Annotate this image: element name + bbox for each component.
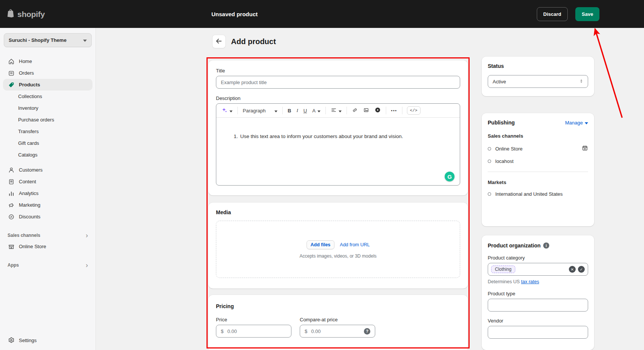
chevron-down-icon bbox=[317, 108, 320, 114]
sidebar-item-analytics[interactable]: Analytics bbox=[3, 187, 92, 199]
play-circle-icon bbox=[374, 107, 381, 114]
vendor-label: Vendor bbox=[488, 318, 588, 324]
topbar: shopify Unsaved product Discard Save bbox=[0, 0, 644, 28]
discounts-icon bbox=[8, 213, 15, 221]
schedule-calendar-icon[interactable] bbox=[582, 145, 588, 152]
back-button[interactable] bbox=[212, 35, 226, 48]
confirm-category-icon[interactable]: ✓ bbox=[578, 266, 585, 273]
sparkle-icon bbox=[222, 107, 228, 114]
shopify-logo[interactable]: shopify bbox=[6, 9, 45, 20]
manage-publishing-link[interactable]: Manage bbox=[565, 120, 588, 126]
gear-icon bbox=[8, 336, 15, 344]
alignment-button[interactable] bbox=[328, 106, 344, 116]
unsaved-product-title: Unsaved product bbox=[211, 11, 258, 17]
channel-row-localhost: locahost bbox=[488, 158, 588, 164]
price-label: Price bbox=[216, 317, 291, 322]
arrow-left-icon bbox=[215, 37, 223, 46]
sidebar-section-apps[interactable]: Apps › bbox=[3, 260, 92, 270]
sidebar-item-gift-cards[interactable]: Gift cards bbox=[3, 137, 92, 149]
pricing-heading: Pricing bbox=[216, 303, 460, 309]
ai-assistant-button[interactable] bbox=[219, 106, 235, 116]
content-icon bbox=[8, 178, 15, 186]
tax-note: Determines US tax rates bbox=[488, 279, 588, 284]
page-title: Add product bbox=[231, 37, 276, 46]
product-organization-heading: Product organization bbox=[488, 243, 541, 249]
compare-at-price-input[interactable] bbox=[310, 328, 361, 335]
chevron-down-icon bbox=[339, 108, 342, 114]
sidebar-item-products[interactable]: Products bbox=[3, 79, 92, 91]
status-heading: Status bbox=[488, 63, 588, 69]
sidebar-item-content[interactable]: Content bbox=[3, 176, 92, 187]
more-options-button[interactable]: ••• bbox=[389, 107, 399, 114]
sidebar-section-sales-channels[interactable]: Sales channels › bbox=[3, 230, 92, 241]
product-category-input[interactable]: Clothing ✕ ✓ bbox=[488, 263, 588, 276]
description-editor-content[interactable]: 1.Use this text area to inform your cust… bbox=[216, 118, 460, 185]
media-dropzone[interactable]: Add files Add from URL Accepts images, v… bbox=[216, 221, 460, 278]
media-heading: Media bbox=[216, 209, 460, 215]
tax-rates-link[interactable]: tax rates bbox=[521, 279, 539, 284]
market-row: International and United States bbox=[488, 191, 588, 197]
grammarly-icon[interactable]: G bbox=[445, 172, 454, 181]
chevron-down-icon bbox=[585, 120, 588, 126]
add-from-url-link[interactable]: Add from URL bbox=[340, 242, 370, 247]
sidebar-item-transfers[interactable]: Transfers bbox=[3, 126, 92, 137]
clear-category-icon[interactable]: ✕ bbox=[569, 266, 576, 273]
product-type-input[interactable] bbox=[488, 299, 588, 312]
category-tag[interactable]: Clothing bbox=[491, 266, 515, 273]
paragraph-style-dropdown[interactable]: Paragraph bbox=[240, 106, 280, 115]
sidebar-item-marketing[interactable]: Marketing bbox=[3, 199, 92, 211]
title-input[interactable] bbox=[216, 76, 460, 89]
home-icon bbox=[8, 58, 15, 65]
price-field: $ bbox=[216, 325, 291, 338]
editor-toolbar: Paragraph B I U A bbox=[216, 104, 460, 118]
page-header: Add product bbox=[212, 35, 276, 48]
underline-button[interactable]: U bbox=[301, 106, 309, 115]
save-button[interactable]: Save bbox=[575, 7, 599, 21]
markets-label: Markets bbox=[488, 180, 588, 185]
sidebar-item-home[interactable]: Home bbox=[3, 55, 92, 67]
shopify-wordmark: shopify bbox=[17, 9, 45, 18]
insert-video-button[interactable] bbox=[372, 105, 383, 116]
vendor-input[interactable] bbox=[488, 326, 588, 339]
help-icon[interactable]: ? bbox=[364, 328, 370, 335]
list-number: 1. bbox=[234, 134, 238, 139]
sidebar-item-customers[interactable]: Customers bbox=[3, 164, 92, 176]
code-view-button[interactable]: </> bbox=[407, 106, 421, 115]
publishing-heading: Publishing bbox=[488, 120, 515, 126]
chevron-down-icon bbox=[274, 108, 277, 114]
add-files-button[interactable]: Add files bbox=[307, 240, 335, 249]
compare-at-price-field: $ ? bbox=[300, 325, 375, 338]
store-selector[interactable]: Suruchi - Shopify Theme bbox=[4, 33, 92, 47]
description-editor: Paragraph B I U A bbox=[216, 103, 460, 186]
chevron-right-icon: › bbox=[86, 232, 88, 239]
status-select[interactable]: Active bbox=[488, 75, 588, 88]
sidebar-item-online-store[interactable]: Online Store bbox=[3, 241, 92, 252]
sales-channels-label: Sales channels bbox=[488, 133, 588, 139]
channel-dot-icon bbox=[488, 160, 491, 163]
discard-button[interactable]: Discard bbox=[537, 7, 568, 21]
sidebar-item-catalogs[interactable]: Catalogs bbox=[3, 149, 92, 161]
market-dot-icon bbox=[488, 192, 491, 196]
channel-dot-icon bbox=[488, 147, 491, 150]
sidebar-item-purchase-orders[interactable]: Purchase orders bbox=[3, 114, 92, 126]
text-color-button[interactable]: A bbox=[310, 106, 323, 115]
price-input[interactable] bbox=[226, 328, 287, 335]
sidebar-item-inventory[interactable]: Inventory bbox=[3, 102, 92, 114]
customers-icon bbox=[8, 166, 15, 174]
sidebar-item-discounts[interactable]: Discounts bbox=[3, 211, 92, 223]
currency-prefix: $ bbox=[221, 329, 223, 334]
chevron-right-icon: › bbox=[86, 262, 88, 269]
bold-button[interactable]: B bbox=[285, 106, 293, 115]
sidebar-item-collections[interactable]: Collections bbox=[3, 91, 92, 102]
divider bbox=[488, 172, 588, 172]
sidebar-item-settings[interactable]: Settings bbox=[3, 334, 92, 346]
italic-button[interactable]: I bbox=[294, 106, 300, 115]
sidebar-item-orders[interactable]: Orders bbox=[3, 67, 92, 79]
link-icon bbox=[352, 107, 358, 114]
insert-image-button[interactable] bbox=[361, 106, 371, 116]
select-arrows-icon bbox=[579, 78, 584, 85]
publishing-card: Publishing Manage Sales channels Online … bbox=[482, 113, 594, 226]
link-button[interactable] bbox=[350, 106, 360, 116]
sidebar: Suruchi - Shopify Theme Home Orders Prod… bbox=[0, 28, 96, 350]
info-icon[interactable]: i bbox=[543, 243, 549, 249]
